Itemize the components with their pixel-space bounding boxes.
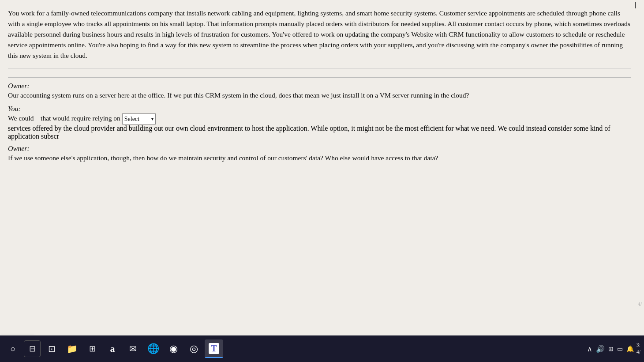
task-view-icon: ⊡ xyxy=(48,343,56,354)
owner-text-1: Our accounting system runs on a server h… xyxy=(8,90,631,101)
volume-icon[interactable]: 🔊 xyxy=(596,345,605,353)
owner-label-2: Owner: xyxy=(8,145,631,153)
teams-icon: T xyxy=(209,343,219,354)
browser-button[interactable]: 🌐 xyxy=(144,339,162,358)
windows-store-button[interactable]: ⊞ xyxy=(83,339,101,358)
notification-icon[interactable]: 🔔 xyxy=(626,345,634,353)
edge-button[interactable]: ◉ xyxy=(164,339,183,358)
select-value: Select xyxy=(124,114,139,124)
you-label-1: You: xyxy=(8,105,631,113)
chrome-icon: ◎ xyxy=(190,343,198,354)
search-button[interactable]: ⊟ xyxy=(24,340,41,357)
store-icon: ⊞ xyxy=(89,344,96,354)
section-divider xyxy=(8,77,631,78)
mail-button[interactable]: ✉ xyxy=(124,339,142,358)
dialog-section-1: Owner: Our accounting system runs on a s… xyxy=(8,82,631,140)
date-display: 4/ xyxy=(637,349,640,356)
file-explorer-button[interactable]: 📁 xyxy=(63,339,81,358)
search-icon: ⊟ xyxy=(29,344,36,354)
folder-icon: 📁 xyxy=(67,343,78,354)
system-tray: ∧ 🔊 ⊞ ▭ 🔔 xyxy=(587,345,634,353)
scenario-paragraph: You work for a family-owned telecommunic… xyxy=(8,8,631,68)
taskbar: ○ ⊟ ⊡ 📁 ⊞ a ✉ 🌐 ◉ ◎ T ∧ 🔊 ⊞ ▭ 🔔 3: xyxy=(0,336,644,362)
start-button[interactable]: ○ xyxy=(4,339,22,358)
taskbar-right: ∧ 🔊 ⊞ ▭ 🔔 3: 4/ xyxy=(587,342,640,355)
scroll-indicator xyxy=(635,2,636,8)
you-text-after: services offered by the cloud provider a… xyxy=(8,124,323,132)
you-dialog-line: We could—that would require relying on S… xyxy=(8,113,631,124)
owner-label-1: Owner: xyxy=(8,82,631,90)
amazon-button[interactable]: a xyxy=(103,339,122,358)
start-icon: ○ xyxy=(10,344,15,354)
you-text-before: We could—that would require relying on xyxy=(8,114,120,122)
dialog-section-2: Owner: If we use someone else's applicat… xyxy=(8,145,631,163)
battery-icon[interactable]: ▭ xyxy=(617,345,623,353)
task-view-button[interactable]: ⊡ xyxy=(42,339,61,358)
browser-icon: 🌐 xyxy=(147,343,159,354)
inline-select-container[interactable]: Select ▾ xyxy=(122,113,156,125)
network-icon[interactable]: ⊞ xyxy=(608,345,614,353)
select-display[interactable]: Select ▾ xyxy=(122,113,156,125)
chrome-button[interactable]: ◎ xyxy=(184,339,203,358)
chevron-down-icon: ▾ xyxy=(151,116,154,123)
edge-icon: ◉ xyxy=(169,343,178,354)
mail-icon: ✉ xyxy=(129,343,137,354)
owner-text-2: If we use someone else's application, th… xyxy=(8,153,631,163)
teams-button[interactable]: T xyxy=(205,339,223,358)
amazon-icon: a xyxy=(110,343,115,354)
main-content-area: You work for a family-owned telecommunic… xyxy=(0,0,644,336)
show-hidden-icon[interactable]: ∧ xyxy=(587,345,592,353)
clock: 3: 4/ xyxy=(637,342,640,355)
page-number: 4/ xyxy=(638,301,642,308)
time-display: 3: xyxy=(637,342,640,349)
